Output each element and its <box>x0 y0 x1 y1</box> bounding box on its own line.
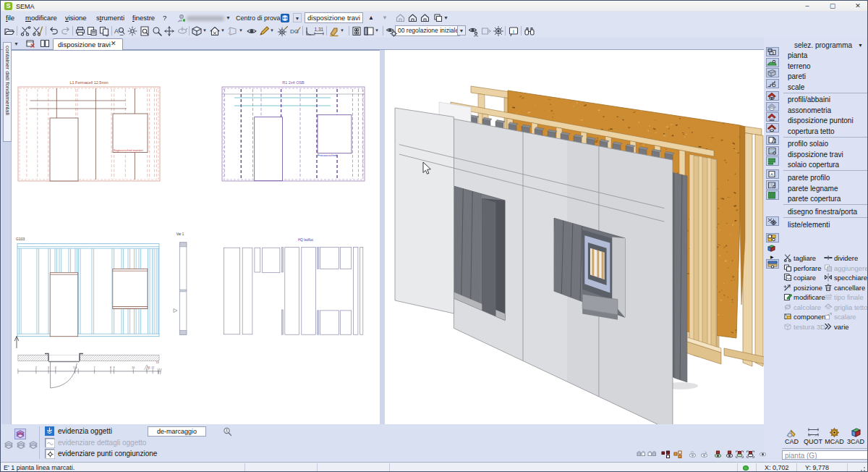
close-button[interactable]: ✕ <box>847 1 868 11</box>
settings-combo-caret-icon[interactable]: ▼ <box>457 25 466 35</box>
rotate-3d-icon[interactable] <box>176 25 188 37</box>
program-up-button[interactable]: ▲ <box>366 13 376 23</box>
eye-gear-icon[interactable] <box>386 25 397 37</box>
gear-pencil-icon[interactable] <box>277 25 289 37</box>
user-avatar-icon[interactable] <box>177 14 186 22</box>
marker-pen-icon[interactable] <box>328 25 340 37</box>
pencil-wood-icon[interactable] <box>258 25 270 37</box>
menu-finestre[interactable]: finestre <box>132 13 155 23</box>
marker-pen-caret-icon[interactable]: ▼ <box>340 28 344 33</box>
tool-specchiare[interactable]: specchiare <box>824 273 866 282</box>
prog-box3d-icon[interactable] <box>766 244 779 253</box>
layers-icon[interactable] <box>28 440 38 450</box>
prog-assonometria-icon[interactable] <box>766 102 779 111</box>
dock-tab-container-dati-fondamentali[interactable]: container dati fondamentali <box>3 42 12 142</box>
cut-mark-2-icon[interactable] <box>32 25 43 37</box>
highlight-details-icon[interactable] <box>45 438 54 447</box>
prog-solaio-copertura-icon[interactable] <box>766 156 779 166</box>
storage-box-icon[interactable] <box>351 25 362 37</box>
sidebar-item-disegno-finestra-porta[interactable]: disegno finestra/porta <box>783 207 868 217</box>
menu-file[interactable]: file <box>6 13 14 23</box>
support-caret-icon[interactable]: ▼ <box>293 13 302 22</box>
redo-icon[interactable] <box>60 25 72 37</box>
eye-people-icon[interactable] <box>468 25 480 37</box>
maximize-button[interactable]: ▢ <box>822 1 843 11</box>
program-combobox[interactable]: disposizione travi <box>305 12 363 23</box>
tool-tagliare[interactable]: tagliare <box>783 253 825 263</box>
sidebar-item-parete-legname[interactable]: parete legname <box>783 184 868 194</box>
perspective-icon[interactable] <box>227 25 239 37</box>
sidebar-item-solaio-copertura[interactable]: solaio copertura <box>783 160 868 170</box>
viewport-3d[interactable] <box>385 50 764 424</box>
menu-[interactable]: ? <box>163 13 166 23</box>
building-view-2-icon[interactable] <box>408 13 417 22</box>
split-view-icon[interactable] <box>40 38 50 49</box>
layer-combobox[interactable]: pianta (G) ▼ <box>782 450 868 460</box>
viewport-splitter[interactable] <box>380 50 385 424</box>
prog-liste-cad-icon[interactable] <box>766 233 779 243</box>
highlight-objects-icon[interactable] <box>45 426 54 436</box>
mcad-button[interactable]: MCAD <box>824 427 845 445</box>
storey-caret-icon[interactable]: ▼ <box>443 13 448 23</box>
layers-active-icon[interactable] <box>14 429 26 439</box>
menu-visione[interactable]: visione <box>65 13 87 23</box>
home-x-caret-icon[interactable]: ▼ <box>221 28 225 33</box>
panel-layout-icon[interactable] <box>363 25 375 37</box>
sidebar-item-assonometria[interactable]: assonometria <box>783 106 868 116</box>
print-icon[interactable] <box>75 25 86 37</box>
cut-mark-icon[interactable] <box>20 25 31 37</box>
search-marked-icon[interactable] <box>222 426 233 437</box>
building-view-1-icon[interactable] <box>396 13 405 22</box>
quot-button[interactable]: QUOT <box>803 427 824 445</box>
sidebar-item-pianta[interactable]: pianta <box>783 51 868 61</box>
sidebar-item-profili-abbaini[interactable]: profili/abbaini <box>783 95 868 105</box>
prog-copertura-icon[interactable] <box>766 123 779 132</box>
teamviewer-icon[interactable] <box>281 14 289 22</box>
prog-terreno-icon[interactable] <box>766 58 779 67</box>
zoom-icon[interactable] <box>151 25 163 37</box>
prog-pianta-icon[interactable] <box>766 47 779 56</box>
settings-combobox[interactable]: 00 regolazione iniziale <box>395 25 460 36</box>
sidebar-item-parete-profilo[interactable]: parete profilo <box>783 173 868 183</box>
tool-copiare[interactable]: copiare <box>783 273 825 282</box>
close-window-icon[interactable] <box>25 38 35 49</box>
nav-3d-caret-icon[interactable]: ▼ <box>203 28 207 33</box>
move-icon[interactable] <box>163 25 175 37</box>
layers-icon[interactable] <box>4 440 14 450</box>
prog-parete-copertura-icon[interactable] <box>766 190 779 200</box>
mini-squares-red-icon[interactable] <box>661 450 671 458</box>
mini-eye-red2-icon[interactable] <box>725 450 734 458</box>
sidebar-item-profilo-solaio[interactable]: profilo solaio <box>783 139 868 149</box>
zoom-doc-icon[interactable] <box>139 25 150 37</box>
prog-parete-legname-icon[interactable] <box>766 180 779 190</box>
tab-close-icon[interactable]: ✕ <box>111 40 116 47</box>
3cad-button[interactable]: 3CAD <box>846 427 867 445</box>
tool-componenti[interactable]: componenti <box>783 312 825 321</box>
perspective-caret-icon[interactable]: ▼ <box>239 28 243 33</box>
user-caret-icon[interactable]: ▼ <box>226 13 231 23</box>
sidebar-item-terreno[interactable]: terreno <box>783 62 868 72</box>
tool-dividere[interactable]: dividere <box>824 253 866 263</box>
home-x-icon[interactable] <box>209 25 221 37</box>
mini-eye-undo-icon[interactable] <box>688 450 697 458</box>
more-icon[interactable]: ▶ <box>770 254 774 259</box>
transfer-icon[interactable] <box>480 25 492 37</box>
brightness-icon[interactable] <box>127 25 138 37</box>
mini-eye-red-icon[interactable] <box>713 450 723 458</box>
prog-bars-icon[interactable] <box>766 259 779 269</box>
binoculars-icon[interactable] <box>524 25 535 37</box>
mini-squares-b-icon[interactable] <box>647 450 657 458</box>
prog-profilo-solaio-icon[interactable] <box>766 135 779 145</box>
tool-posizione[interactable]: posizione <box>783 283 825 292</box>
nav-3d-icon[interactable] <box>191 25 203 37</box>
info-panel-icon[interactable]: i <box>508 25 519 37</box>
print-preview-icon[interactable] <box>86 25 98 37</box>
undo-icon[interactable] <box>48 25 59 37</box>
sidebar-item-disposizione-puntoni[interactable]: disposizione puntoni <box>783 116 868 126</box>
tool-cancellare[interactable]: cancellare <box>824 283 866 292</box>
minimize-button[interactable]: – <box>796 1 818 11</box>
mini-eye-box-icon[interactable] <box>735 450 744 458</box>
pencil-wood-caret-icon[interactable]: ▼ <box>270 28 274 33</box>
menu-strumenti[interactable]: strumenti <box>96 13 124 23</box>
prog-pareti-icon[interactable] <box>766 68 779 77</box>
